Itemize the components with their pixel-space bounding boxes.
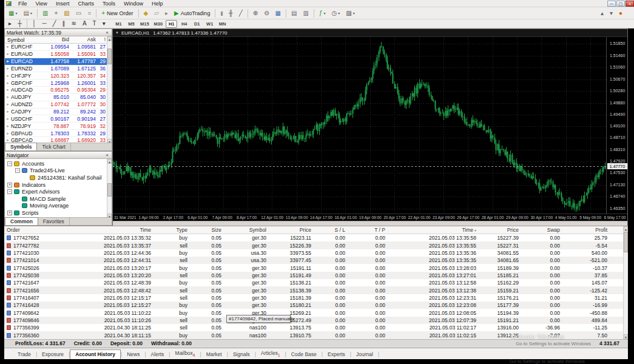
cursor-button[interactable]: ▸ [6,19,14,29]
timeframe-h4[interactable]: H4 [178,20,190,28]
tab-signals[interactable]: Signals [228,350,255,359]
toolbar-scroll-up-button[interactable]: ▴ [598,8,606,18]
profiles-button[interactable]: ▤▾ [21,8,34,18]
new-chart-button[interactable]: ▦▾ [6,8,19,18]
chevron-down-icon[interactable]: ▼ [115,31,119,35]
market-watch-row[interactable]: ▸EURAUD1.550581.5509133 [5,51,112,58]
market-watch-row[interactable]: ▸AUDNZD1.077421.0777230 [5,101,112,109]
templates-button[interactable]: ▨▾ [343,8,357,18]
history-col-0[interactable]: Order [4,227,65,233]
market-watch-row[interactable]: ▸NZDJPY78.88778.91932 [5,123,112,130]
table-row[interactable]: 1773563992021.04.30 18:11:25sell0.05nas1… [4,324,628,331]
zoom-in-button[interactable]: ⊕ [251,8,260,18]
alert-indicator[interactable]: ● [616,8,625,18]
tab-code-base[interactable]: Code Base [286,350,322,359]
market-watch-row[interactable]: ▸AUDCAD0.952750.9530429 [5,87,112,94]
history-col-6[interactable]: S / L [315,227,349,233]
menu-item-file[interactable]: File [14,0,32,7]
scroll-up-icon[interactable]: ▲ [624,226,628,231]
navigator-button[interactable]: ▧ [61,8,72,18]
history-col-7[interactable]: T / P [349,227,389,233]
table-row[interactable]: 1774250382021.05.03 13:20:20sell0.05ger.… [4,272,628,279]
market-watch-row[interactable]: ▸EURCHF1.095541.0958127 [5,44,112,51]
close-icon[interactable]: × [104,152,110,158]
scroll-down-icon[interactable]: ▼ [624,334,628,339]
market-watch-col-3[interactable]: ! [96,36,107,43]
zoom-out-button[interactable]: ⊖ [261,8,271,18]
collapse-icon[interactable]: − [7,189,12,194]
market-watch-row[interactable]: ▸CHFJPY120.323120.35734 [5,72,112,79]
close-icon[interactable]: × [104,30,110,35]
price-chart[interactable] [113,37,606,214]
tab-account-history[interactable]: Account History [70,349,121,359]
collapse-icon[interactable]: − [15,168,20,173]
scroll-up-icon[interactable]: ▲ [107,159,112,164]
tile-horizontal-button[interactable]: ▥ [300,8,311,18]
tab-mailbox[interactable]: Mailbox4 [170,349,200,359]
navigator-tab-favorites[interactable]: Favorites [38,218,70,225]
terminal-button[interactable]: ▭ [73,8,84,18]
bar-chart-button[interactable]: ||| [218,8,224,18]
table-row[interactable]: 1774276522021.05.03 13:35:32buy0.05ger.3… [4,234,628,241]
market-watch-col-0[interactable]: Symbol [5,36,42,43]
periods-button[interactable]: ◷▾ [329,8,342,18]
history-col-1[interactable]: Time [65,227,155,233]
market-watch-scrollbar[interactable]: ▲ ▼ [107,36,112,144]
market-watch-row[interactable]: ▸EURNZD1.670891.6712536 [5,66,112,73]
cascade-button[interactable]: ▤ [289,8,299,18]
navigator-item[interactable]: −Trade245-Live [6,167,112,175]
menu-item-tools[interactable]: Tools [98,0,120,7]
history-col-5[interactable]: Price [270,227,315,233]
scroll-up-icon[interactable]: ▲ [107,36,112,41]
table-row[interactable]: 1774098462021.05.03 11:10:26sell0.05ger.… [4,317,628,324]
timeframe-m15[interactable]: M15 [138,20,151,28]
history-col-2[interactable]: Type [155,227,191,233]
expand-icon[interactable]: + [7,183,12,187]
market-watch-row[interactable]: ▸GBPAUD1.783031.7833229 [5,130,112,137]
line-chart-button[interactable]: ╱ [237,8,245,18]
history-col-8[interactable]: Time▾ [389,227,480,233]
navigator-scrollbar[interactable]: ▲ ▼ [107,159,112,218]
timeframe-w1[interactable]: W1 [204,20,215,28]
market-watch-tab-tick-chart[interactable]: Tick Chart [37,143,70,150]
tab-trade[interactable]: Trade [13,350,36,359]
market-watch-row[interactable]: ▸USDCHF0.901670.9019427 [5,115,112,123]
market-watch-row[interactable]: ▸CADJPY89.21289.24230 [5,109,112,116]
history-col-11[interactable]: Profit [564,227,611,233]
table-row[interactable]: 1774216472021.05.03 12:48:39buy0.05ger.3… [4,279,628,286]
channel-button[interactable]: ∥ [60,19,68,29]
new-order-button[interactable]: +New Order [99,8,135,18]
menu-item-charts[interactable]: Charts [73,0,98,7]
trendline-button[interactable]: ╱ [50,19,58,29]
table-row[interactable]: 1774210302021.05.03 12:44:36buy0.05usa.3… [4,249,628,257]
navigator-item[interactable]: +Indicators [6,181,112,189]
table-row[interactable]: 1774098422021.05.03 11:10:22buy0.05ger.3… [4,309,628,316]
shapes-button[interactable]: ▾ [100,19,108,29]
market-watch-row[interactable]: ▸AUDJPY85.01085.04030 [5,94,112,101]
scrollbar-thumb[interactable] [107,49,112,64]
tab-alerts[interactable]: Alerts [146,350,169,359]
market-watch-row[interactable]: ▸GBPCHF1.259681.2600133 [5,79,112,87]
timeframe-h1[interactable]: H1 [166,20,177,28]
tab-journal[interactable]: Journal [351,350,378,359]
history-col-3[interactable]: Size [191,227,225,233]
timeframe-mn[interactable]: MN [217,20,228,28]
menu-item-help[interactable]: Help [147,0,167,7]
scrollbar-thumb[interactable] [107,183,112,197]
navigator-item[interactable]: −Accounts [6,160,112,167]
navigator-tab-common[interactable]: Common [5,217,38,225]
toolbar-scroll-down-button[interactable]: ▾ [607,8,615,18]
tile-windows-button[interactable]: ▦ [273,8,283,18]
label-button[interactable]: T [90,19,99,29]
table-row[interactable]: 1774250262021.05.03 13:20:17buy0.05ger.3… [4,264,628,271]
time-scale[interactable]: 31 Mar 20211 Apr 09:002 Apr 17:006 Apr 0… [113,214,627,221]
history-col-10[interactable]: Swap [522,227,564,233]
table-row[interactable]: 1774164072021.05.03 12:15:17sell0.05ger.… [4,294,628,302]
timeframe-m1[interactable]: M1 [113,20,124,28]
chart-shift-button[interactable]: ▱ [152,8,161,18]
expand-icon[interactable]: + [7,211,12,215]
timeframe-m30[interactable]: M30 [152,20,165,28]
history-col-9[interactable]: Price [480,227,522,233]
market-watch-tab-symbols[interactable]: Symbols [5,143,37,150]
history-col-4[interactable]: Symbol [225,227,270,233]
